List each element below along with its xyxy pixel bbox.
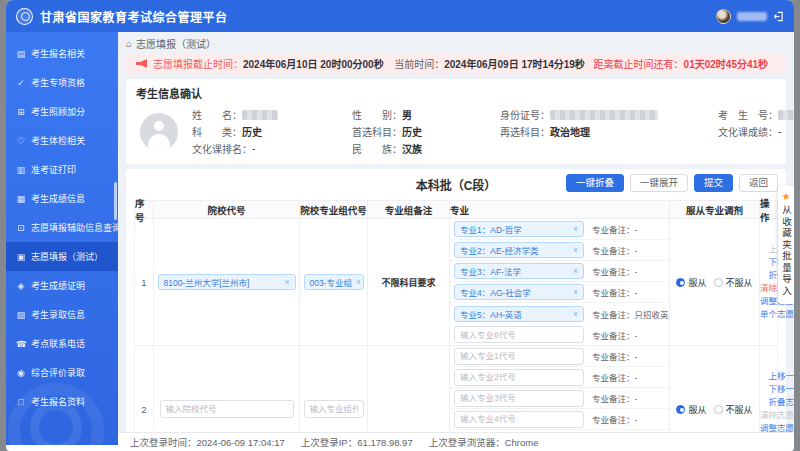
row-action-link[interactable]: 单个志愿导入 — [760, 308, 794, 321]
table-row: 2 — [135, 346, 777, 432]
row-action-link[interactable]: 折叠志愿 — [769, 396, 795, 409]
major-row: 专业备注：- — [450, 346, 669, 367]
sidebar-item[interactable]: ✓ 考生专项资格 — [6, 68, 118, 97]
app-window: 甘肃省国家教育考试综合管理平台 ▤ 考生报名相关 — [6, 0, 794, 451]
major-code-input[interactable] — [454, 411, 584, 428]
favorites-batch-import-tab[interactable]: ★ 从收藏夹批量导入 — [778, 186, 794, 304]
sidebar-item[interactable]: ▣ 志愿填报（测试） — [6, 242, 118, 271]
not-obey-radio[interactable]: 不服从 — [714, 276, 753, 289]
favorites-tab-label: 从收藏夹批量导入 — [779, 205, 793, 297]
last-login-browser: 上次登录浏览器：Chrome — [429, 435, 539, 449]
footer-status-bar: 上次登录时间：2024-06-09 17:04:17 上次登录IP：61.178… — [118, 432, 794, 451]
major-remark: 专业备注：- — [592, 329, 637, 341]
major-remark: 专业备注：- — [592, 286, 637, 298]
table-row: 1 8100-兰州大学[兰州市] 003-专业组 — [135, 219, 777, 346]
row-action-link[interactable]: 下移一行 — [769, 383, 795, 396]
obey-radio[interactable]: 服从 — [676, 403, 706, 416]
batch-action-button[interactable]: 提交 — [694, 174, 733, 192]
candidate-avatar — [140, 113, 178, 151]
sidebar-item-label: 准考证打印 — [31, 163, 76, 176]
major-row: 专业备注：- — [450, 409, 669, 430]
major-tag[interactable]: 专业4：AG-社会学 — [454, 284, 584, 300]
major-tag[interactable]: 专业1：AD-哲学 — [454, 221, 584, 237]
obey-radio-group: 服从 不服从 — [676, 276, 752, 289]
major-row: 专业备注：- — [450, 324, 669, 345]
field-category: 科 类：历史 — [192, 124, 352, 139]
field-id-number: 身份证号： — [500, 107, 718, 122]
sidebar-item[interactable]: ▦ 考生成绩信息 — [6, 184, 118, 213]
sidebar-item[interactable]: ◉ 综合评价录取 — [6, 358, 118, 387]
major-tag[interactable]: 专业3：AF-法学 — [454, 263, 584, 279]
redacted-exam-number-value — [778, 110, 794, 120]
remove-tag-icon[interactable] — [573, 266, 578, 276]
sidebar-item-icon: ⊡ — [16, 223, 26, 233]
sidebar-item[interactable]: ⊡ 志愿填报辅助信息查询 — [6, 213, 118, 242]
major-code-input[interactable] — [454, 390, 584, 407]
major-row: 专业备注：- — [450, 388, 669, 409]
sidebar-item[interactable]: ⊞ 考生照顾加分 — [6, 97, 118, 126]
field-gender: 性 别：男 — [352, 107, 500, 122]
redacted-id-value — [550, 110, 658, 120]
major-row: 专业5：AH-英语 专业备注：只招收英语考生 — [450, 303, 669, 324]
group-tag[interactable]: 003-专业组 — [304, 274, 364, 290]
major-tag[interactable]: 专业5：AH-英语 — [454, 306, 584, 322]
sidebar-item-icon: ▧ — [16, 310, 26, 320]
sidebar-item[interactable]: ▧ 考生录取信息 — [6, 300, 118, 329]
remove-tag-icon[interactable] — [573, 224, 578, 234]
sidebar-item[interactable]: ♡ 考生体检相关 — [6, 126, 118, 155]
field-ethnicity: 民 族：汉族 — [352, 141, 500, 156]
group-code-input[interactable] — [304, 400, 364, 418]
major-code-input[interactable] — [454, 348, 584, 365]
header-group-code: 院校专业组代号 — [299, 201, 367, 218]
sidebar-item-label: 考生报名相关 — [31, 47, 85, 60]
row-action-link[interactable]: 上移一行 — [769, 370, 795, 383]
obey-radio[interactable]: 服从 — [676, 276, 706, 289]
batch-action-button[interactable]: 一键折叠 — [566, 174, 624, 192]
last-login-time: 上次登录时间：2024-06-09 17:04:17 — [130, 435, 285, 449]
sidebar-item-icon: ◈ — [16, 281, 26, 291]
major-row: 专业3：AF-法学 专业备注：- — [450, 261, 669, 282]
sidebar-item-label: 考生成绩信息 — [31, 192, 85, 205]
volunteer-table: 序号 院校代号 院校专业组代号 专业组备注 专业 服从专业调剂 操作 1 8 — [134, 200, 778, 432]
remove-tag-icon[interactable] — [573, 287, 578, 297]
remove-tag-icon[interactable] — [573, 245, 578, 255]
row-index: 1 — [135, 219, 153, 345]
announcement-icon — [136, 59, 147, 68]
college-tag[interactable]: 8100-兰州大学[兰州市] — [158, 274, 296, 290]
logout-icon[interactable] — [773, 11, 784, 22]
college-code-input[interactable] — [160, 400, 294, 418]
major-remark: 专业备注：- — [592, 350, 637, 362]
batch-action-button[interactable]: 一键展开 — [630, 174, 688, 192]
user-avatar[interactable] — [716, 9, 731, 24]
remove-tag-icon[interactable] — [573, 309, 578, 319]
redacted-name-value — [242, 110, 278, 120]
sidebar-scrollbar[interactable] — [114, 182, 117, 220]
countdown-label: 距离截止时间还有： — [594, 56, 684, 71]
row-index: 2 — [135, 346, 153, 432]
field-name: 姓 名： — [192, 107, 352, 122]
major-tag[interactable]: 专业2：AE-经济学类 — [454, 242, 584, 258]
sidebar-item-icon: ✓ — [16, 78, 26, 88]
home-icon: ⌂ — [126, 38, 132, 49]
star-icon: ★ — [782, 191, 791, 203]
sidebar-item[interactable]: ☎ 考点联系电话 — [6, 329, 118, 358]
sidebar-item[interactable]: ◈ 考生成绩证明 — [6, 271, 118, 300]
major-code-input[interactable] — [454, 326, 584, 343]
group-remark: 不限科目要求 — [381, 276, 435, 289]
remove-tag-icon[interactable] — [356, 277, 361, 287]
field-second-subject: 再选科目：政治地理 — [500, 124, 718, 139]
sidebar-item[interactable]: □ 考生报名资料 — [6, 387, 118, 416]
header-index: 序号 — [135, 201, 153, 218]
sidebar: ▤ 考生报名相关 ✓ 考生专项资格 ⊞ 考生照顾加分 ♡ — [6, 32, 118, 445]
major-code-input[interactable] — [454, 369, 584, 386]
row-action-link[interactable]: 调整志愿顺序 — [760, 422, 794, 432]
user-area — [716, 9, 784, 24]
batch-action-button[interactable]: 返回 — [739, 174, 778, 192]
radio-unselected-icon — [714, 278, 723, 287]
not-obey-radio[interactable]: 不服从 — [714, 403, 753, 416]
sidebar-item-icon: ☎ — [16, 339, 26, 349]
sidebar-item[interactable]: ▥ 准考证打印 — [6, 155, 118, 184]
remove-tag-icon[interactable] — [285, 277, 290, 287]
sidebar-item[interactable]: ▤ 考生报名相关 — [6, 39, 118, 68]
row-action-link[interactable]: 清除志愿数据 — [760, 409, 794, 422]
